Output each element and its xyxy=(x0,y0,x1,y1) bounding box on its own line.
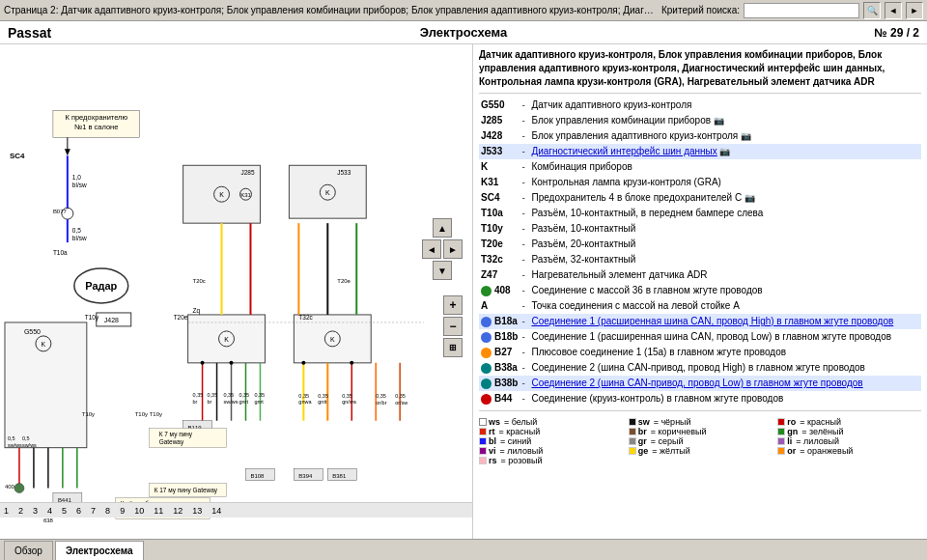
page-number-item[interactable]: 6 xyxy=(76,506,81,516)
color-swatch xyxy=(629,428,636,435)
legend-dash: - xyxy=(520,128,529,144)
svg-text:0,35: 0,35 xyxy=(208,392,218,398)
legend-dash: - xyxy=(520,345,529,360)
legend-code: SC4 xyxy=(479,190,520,206)
color-swatch xyxy=(479,437,487,445)
page-number-item[interactable]: 3 xyxy=(33,506,38,516)
legend-dash: - xyxy=(520,113,529,128)
nav-next-button[interactable]: ► xyxy=(906,2,923,19)
nav-prev-button[interactable]: ◄ xyxy=(885,2,902,19)
search-input[interactable] xyxy=(744,3,859,18)
tab-schema[interactable]: Электросхема xyxy=(55,541,144,560)
nav-up-button[interactable]: ▲ xyxy=(433,218,452,238)
legend-desc: Точка соединения с массой на левой стойк… xyxy=(529,298,921,314)
page-number-item[interactable]: 14 xyxy=(211,506,221,516)
color-label: = оранжевый xyxy=(800,446,853,456)
page-number: № 29 / 2 xyxy=(874,26,919,40)
color-label: = чёрный xyxy=(654,417,691,427)
svg-text:400: 400 xyxy=(5,484,15,490)
nav-left-button[interactable]: ◄ xyxy=(422,239,441,259)
diagram-panel: К предохранителю №1 в салоне SC4 1,0 bl/… xyxy=(0,44,473,539)
search-button-1[interactable]: 🔍 xyxy=(863,2,881,19)
legend-dash: - xyxy=(520,221,529,237)
color-code: sw xyxy=(638,417,650,427)
breadcrumb: Страница 2: Датчик адаптивного круиз-кон… xyxy=(4,5,658,15)
page-number-item[interactable]: 7 xyxy=(91,506,96,516)
color-swatch xyxy=(479,428,487,435)
legend-dash: - xyxy=(520,314,529,329)
zoom-fit-button[interactable]: ⊞ xyxy=(443,338,463,357)
legend-code: T10y xyxy=(479,221,520,237)
color-legend-item: rt= красный xyxy=(479,427,623,436)
svg-text:0,35: 0,35 xyxy=(254,392,265,398)
svg-text:sw/ws: sw/ws xyxy=(22,442,37,448)
legend-link[interactable]: Соединение 1 (расширенная шина CAN, пров… xyxy=(531,316,893,326)
svg-text:sw/ws: sw/ws xyxy=(224,399,239,405)
color-legend-item: ws= белый xyxy=(479,417,623,427)
nav-down-button[interactable]: ▼ xyxy=(433,261,452,280)
page-number-item[interactable]: 10 xyxy=(134,506,144,516)
camera-icon: 📷 xyxy=(717,147,731,156)
tab-overview[interactable]: Обзор xyxy=(4,541,53,560)
svg-text:sw/ws: sw/ws xyxy=(8,442,22,448)
svg-text:№1 в салоне: №1 в салоне xyxy=(74,123,118,131)
page-number-item[interactable]: 13 xyxy=(192,506,202,516)
nav-right-button[interactable]: ► xyxy=(443,239,463,259)
zoom-in-button[interactable]: + xyxy=(443,295,463,315)
color-code: rt xyxy=(489,427,495,436)
page-num-list: 1234567891011121314 xyxy=(4,506,221,516)
fuse-label: К предохранителю xyxy=(65,113,127,122)
legend-dash: - xyxy=(520,206,529,221)
legend-title: Датчик адаптивного круиз-контроля, Блок … xyxy=(479,48,921,89)
legend-code: T10a xyxy=(479,206,520,221)
legend-link[interactable]: Соединение 2 (шина CAN-привод, провод Lo… xyxy=(531,378,862,388)
color-code: br xyxy=(638,427,647,436)
page-number-item[interactable]: 2 xyxy=(18,506,23,516)
app-title: Passat xyxy=(8,25,51,41)
color-label: = синий xyxy=(500,436,531,446)
camera-icon: 📷 xyxy=(742,193,755,203)
color-legend: ws= белыйsw= чёрныйro= красныйrt= красны… xyxy=(479,417,921,465)
color-code: or xyxy=(787,446,796,456)
svg-text:J533: J533 xyxy=(337,169,351,176)
legend-link[interactable]: Диагностический интерфейс шин данных xyxy=(531,146,716,156)
svg-text:br: br xyxy=(208,399,212,405)
color-code: li xyxy=(787,436,792,446)
svg-text:K: K xyxy=(42,341,46,348)
page-number-item[interactable]: 11 xyxy=(154,506,163,516)
page-number-item[interactable]: 12 xyxy=(173,506,183,516)
svg-text:638: 638 xyxy=(43,518,54,523)
page-number-item[interactable]: 5 xyxy=(62,506,67,516)
legend-desc: Плюсовое соединение 1 (15а) в главном жг… xyxy=(529,345,921,360)
page-number-item[interactable]: 4 xyxy=(47,506,52,516)
legend-table: G550-Датчик адаптивного круиз-контроляJ2… xyxy=(479,98,921,406)
legend-code: B44 xyxy=(479,391,520,406)
page-numbers-bar: 1234567891011121314 xyxy=(0,502,473,518)
color-legend-item: sw= чёрный xyxy=(629,417,772,427)
svg-text:T10y: T10y xyxy=(150,411,162,417)
color-legend-item: bl= синий xyxy=(479,436,623,446)
schematic-svg: К предохранителю №1 в салоне SC4 1,0 bl/… xyxy=(0,44,472,539)
zoom-out-button[interactable]: − xyxy=(443,317,463,336)
color-swatch xyxy=(777,437,785,445)
svg-text:gnrt: gnrt xyxy=(239,399,248,405)
svg-text:gntt: gntt xyxy=(318,399,327,405)
page-number-item[interactable]: 1 xyxy=(4,506,9,516)
color-swatch xyxy=(629,447,636,455)
legend-code: B18a xyxy=(479,314,520,329)
svg-text:K31: K31 xyxy=(240,192,251,198)
svg-text:T10a: T10a xyxy=(53,249,68,256)
page-number-item[interactable]: 9 xyxy=(120,506,125,516)
color-code: gr xyxy=(638,436,647,446)
color-swatch xyxy=(777,447,785,455)
legend-code: J533 xyxy=(479,144,520,159)
legend-dash: - xyxy=(520,298,529,314)
color-swatch xyxy=(629,418,636,426)
page-number-item[interactable]: 8 xyxy=(105,506,110,516)
legend-desc: Блок управления адаптивного круиз-контро… xyxy=(529,128,921,144)
color-swatch xyxy=(479,457,487,464)
color-legend-item: rs= розовый xyxy=(479,456,623,465)
legend-code: B38b xyxy=(479,376,520,391)
legend-dash: - xyxy=(520,283,529,298)
legend-dash: - xyxy=(520,391,529,406)
